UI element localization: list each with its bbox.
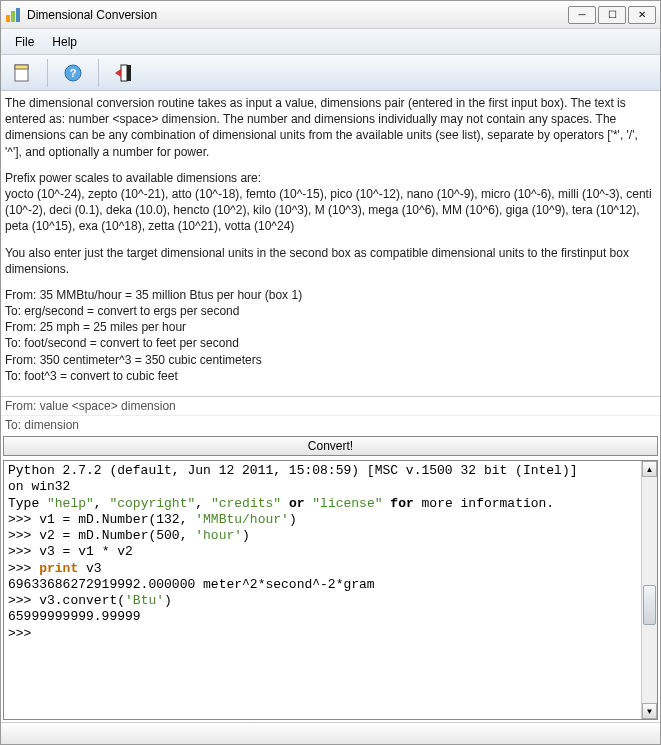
toolbar: ?: [1, 55, 660, 91]
help-icon: ?: [63, 63, 83, 83]
svg-rect-0: [6, 15, 10, 22]
from-input[interactable]: From: value <space> dimension: [1, 396, 660, 415]
svg-marker-9: [115, 69, 121, 77]
close-button[interactable]: ✕: [628, 6, 656, 24]
svg-rect-4: [15, 65, 28, 69]
exit-icon: [113, 63, 135, 83]
window-title: Dimensional Conversion: [27, 8, 568, 22]
help-button[interactable]: ?: [58, 58, 88, 88]
help-examples: From: 35 MMBtu/hour = 35 million Btus pe…: [5, 287, 656, 384]
title-bar: Dimensional Conversion ─ ☐ ✕: [1, 1, 660, 29]
new-note-button[interactable]: [7, 58, 37, 88]
svg-rect-2: [16, 8, 20, 22]
app-icon: [5, 7, 21, 23]
menu-bar: File Help: [1, 29, 660, 55]
help-paragraph: You also enter just the target dimension…: [5, 245, 656, 277]
toolbar-separator: [47, 59, 48, 87]
scroll-down-button[interactable]: ▼: [642, 703, 657, 719]
menu-file[interactable]: File: [7, 32, 42, 52]
exit-button[interactable]: [109, 58, 139, 88]
status-bar: [1, 722, 660, 744]
scroll-up-button[interactable]: ▲: [642, 461, 657, 477]
svg-rect-1: [11, 11, 15, 22]
scrollbar-track[interactable]: ▲ ▼: [641, 461, 657, 719]
help-text-area: The dimensional conversion routine takes…: [1, 91, 660, 396]
help-paragraph: Prefix power scales to available dimensi…: [5, 170, 656, 235]
menu-help[interactable]: Help: [44, 32, 85, 52]
to-input[interactable]: To: dimension: [1, 415, 660, 434]
convert-button[interactable]: Convert!: [3, 436, 658, 456]
python-console[interactable]: Python 2.7.2 (default, Jun 12 2011, 15:0…: [4, 461, 641, 719]
maximize-button[interactable]: ☐: [598, 6, 626, 24]
svg-rect-8: [121, 65, 127, 81]
console-area: Python 2.7.2 (default, Jun 12 2011, 15:0…: [3, 460, 658, 720]
scroll-thumb[interactable]: [643, 585, 656, 625]
new-note-icon: [12, 63, 32, 83]
toolbar-separator: [98, 59, 99, 87]
minimize-button[interactable]: ─: [568, 6, 596, 24]
svg-text:?: ?: [70, 67, 77, 79]
help-paragraph: The dimensional conversion routine takes…: [5, 95, 656, 160]
